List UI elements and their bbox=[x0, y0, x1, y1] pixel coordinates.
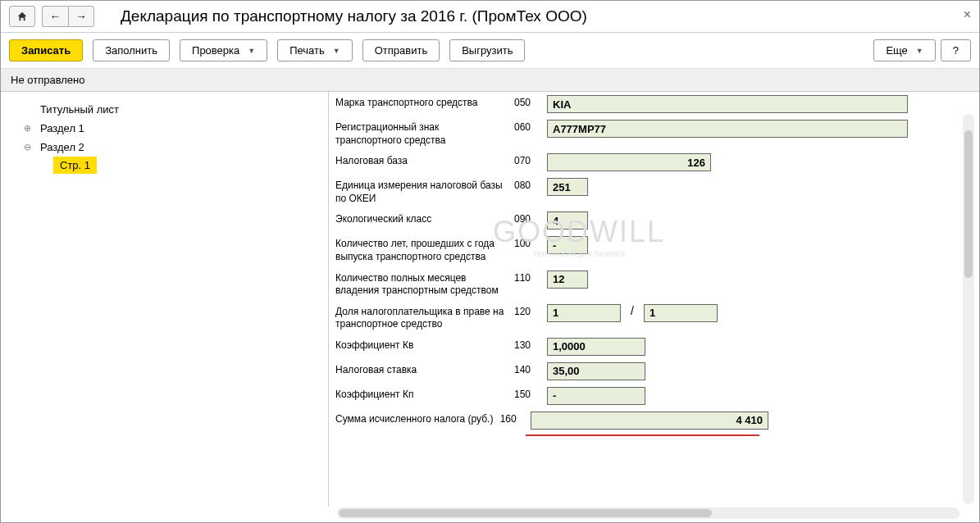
window-title: Декларация по транспортному налогу за 20… bbox=[121, 7, 587, 25]
form-panel: GOODWILL технологии для бизнеса Марка тр… bbox=[329, 92, 979, 507]
save-button[interactable]: Записать bbox=[9, 39, 83, 61]
label-060: Регистрационный знак транспортного средс… bbox=[335, 120, 508, 147]
status-bar: Не отправлено bbox=[1, 69, 979, 92]
vertical-scrollbar[interactable] bbox=[963, 114, 974, 504]
code-050: 050 bbox=[514, 95, 540, 108]
label-120: Доля налогоплательщика в праве на трансп… bbox=[335, 304, 508, 331]
input-130[interactable] bbox=[547, 338, 645, 356]
title-bar: ← → Декларация по транспортному налогу з… bbox=[1, 1, 979, 33]
tree-title-page[interactable]: Титульный лист bbox=[7, 100, 321, 119]
code-110: 110 bbox=[514, 271, 540, 284]
send-button[interactable]: Отправить bbox=[362, 39, 440, 61]
caret-down-icon: ▼ bbox=[248, 47, 255, 55]
row-070: Налоговая база 070 bbox=[335, 153, 966, 171]
row-090: Экологический класс 090 bbox=[335, 211, 966, 230]
caret-down-icon: ▼ bbox=[916, 47, 923, 55]
caret-down-icon: ▼ bbox=[333, 47, 340, 55]
horizontal-scrollbar[interactable] bbox=[337, 507, 959, 519]
navigation-tree: Титульный лист Раздел 1 Раздел 2 Стр. 1 bbox=[1, 92, 329, 507]
tree-section-2[interactable]: Раздел 2 bbox=[7, 138, 321, 157]
fraction-slash: / bbox=[627, 304, 637, 317]
code-160: 160 bbox=[500, 412, 524, 425]
label-140: Налоговая ставка bbox=[335, 362, 508, 377]
more-button[interactable]: Еще▼ bbox=[873, 39, 935, 61]
code-080: 080 bbox=[514, 178, 540, 191]
input-090[interactable] bbox=[547, 211, 588, 230]
input-110[interactable] bbox=[547, 271, 588, 289]
arrow-right-icon: → bbox=[75, 10, 87, 23]
vscroll-thumb[interactable] bbox=[964, 130, 973, 278]
tree-page-1[interactable]: Стр. 1 bbox=[53, 157, 97, 174]
input-160[interactable] bbox=[531, 412, 768, 430]
row-140: Налоговая ставка 140 bbox=[335, 362, 966, 380]
print-label: Печать bbox=[289, 44, 325, 57]
input-050[interactable] bbox=[547, 95, 908, 113]
label-080: Единица измерения налоговой базы по ОКЕИ bbox=[335, 178, 508, 205]
row-100: Количество лет, прошедших с года выпуска… bbox=[335, 236, 966, 263]
input-150[interactable] bbox=[547, 387, 645, 405]
label-160: Сумма исчисленного налога (руб.) bbox=[335, 412, 494, 426]
highlight-underline bbox=[526, 434, 759, 436]
label-100: Количество лет, прошедших с года выпуска… bbox=[335, 236, 508, 263]
row-130: Коэффициент Кв 130 bbox=[335, 338, 966, 356]
input-070[interactable] bbox=[547, 153, 711, 171]
label-130: Коэффициент Кв bbox=[335, 338, 508, 352]
label-150: Коэффициент Кп bbox=[335, 387, 508, 402]
help-button[interactable]: ? bbox=[941, 39, 971, 61]
nav-buttons: ← → bbox=[9, 6, 94, 27]
input-140[interactable] bbox=[547, 362, 645, 380]
app-window: ← → Декларация по транспортному налогу з… bbox=[0, 0, 980, 523]
arrow-left-icon: ← bbox=[50, 10, 62, 23]
row-050: Марка транспортного средства 050 bbox=[335, 95, 966, 113]
input-120-num[interactable] bbox=[547, 304, 621, 322]
code-120: 120 bbox=[514, 304, 540, 317]
row-110: Количество полных месяцев владения транс… bbox=[335, 271, 966, 298]
print-button[interactable]: Печать▼ bbox=[277, 39, 353, 61]
code-060: 060 bbox=[514, 120, 540, 133]
close-button[interactable]: × bbox=[964, 7, 971, 22]
row-060: Регистрационный знак транспортного средс… bbox=[335, 120, 966, 147]
content-area: Титульный лист Раздел 1 Раздел 2 Стр. 1 … bbox=[1, 92, 979, 507]
back-button[interactable]: ← bbox=[42, 6, 68, 27]
toolbar: Записать Заполнить Проверка▼ Печать▼ Отп… bbox=[1, 33, 979, 69]
code-090: 090 bbox=[514, 211, 540, 225]
more-label: Еще bbox=[886, 44, 907, 57]
input-100[interactable] bbox=[547, 236, 588, 254]
label-090: Экологический класс bbox=[335, 211, 508, 226]
row-080: Единица измерения налоговой базы по ОКЕИ… bbox=[335, 178, 966, 205]
input-060[interactable] bbox=[547, 120, 908, 138]
code-140: 140 bbox=[514, 362, 540, 375]
row-150: Коэффициент Кп 150 bbox=[335, 387, 966, 405]
check-label: Проверка bbox=[192, 44, 239, 57]
row-120: Доля налогоплательщика в праве на трансп… bbox=[335, 304, 966, 331]
input-080[interactable] bbox=[547, 178, 588, 196]
label-070: Налоговая база bbox=[335, 153, 508, 168]
label-050: Марка транспортного средства bbox=[335, 95, 508, 110]
tree-section-1[interactable]: Раздел 1 bbox=[7, 119, 321, 138]
code-130: 130 bbox=[514, 338, 540, 351]
home-button[interactable] bbox=[9, 6, 35, 27]
code-070: 070 bbox=[514, 153, 540, 166]
fill-button[interactable]: Заполнить bbox=[93, 39, 170, 61]
forward-button[interactable]: → bbox=[68, 6, 94, 27]
code-150: 150 bbox=[514, 387, 540, 400]
home-icon bbox=[16, 11, 28, 22]
hscroll-thumb[interactable] bbox=[339, 509, 712, 517]
check-button[interactable]: Проверка▼ bbox=[180, 39, 267, 61]
code-100: 100 bbox=[514, 236, 540, 249]
label-110: Количество полных месяцев владения транс… bbox=[335, 271, 508, 298]
row-160: Сумма исчисленного налога (руб.) 160 bbox=[335, 412, 966, 442]
input-120-den[interactable] bbox=[644, 304, 718, 322]
export-button[interactable]: Выгрузить bbox=[449, 39, 525, 61]
